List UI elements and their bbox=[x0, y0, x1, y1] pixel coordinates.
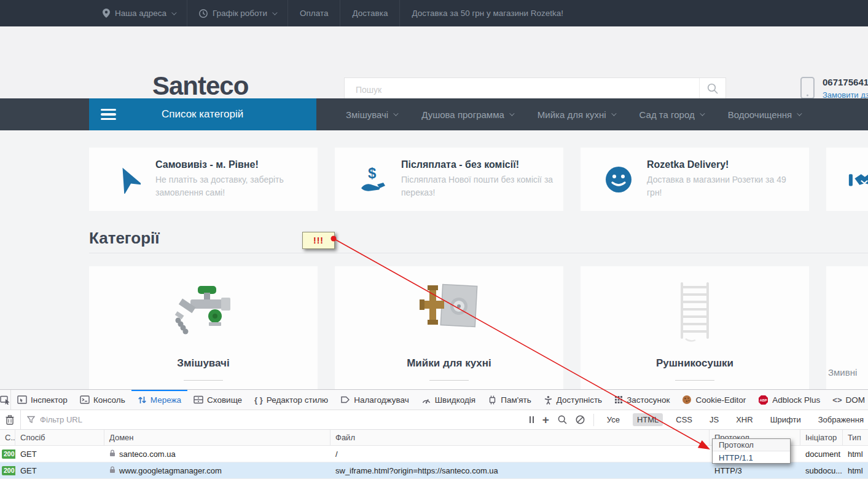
benefit-card-pickup: Самовивіз - м. Рівне! Не платіть за дост… bbox=[89, 148, 318, 211]
abp-icon: ABP bbox=[758, 395, 768, 405]
chevron-down-icon bbox=[700, 111, 705, 116]
phone-number: 067175641 bbox=[823, 77, 868, 87]
tab-network[interactable]: Мережа bbox=[131, 390, 187, 410]
search-button[interactable] bbox=[699, 78, 725, 101]
site-header: Santeco 067175641 Замовити дзвінок bbox=[0, 26, 868, 98]
tab-label: Застосунок bbox=[627, 395, 670, 405]
pick-element-button[interactable] bbox=[0, 390, 11, 410]
clear-requests-button[interactable] bbox=[0, 410, 21, 429]
filter-type-xhr[interactable]: XHR bbox=[732, 413, 757, 426]
benefit-title: Rozetka Delivery! bbox=[647, 159, 802, 170]
tab-label: DOM bbox=[846, 395, 866, 405]
column-header-type[interactable]: Тип bbox=[843, 430, 868, 445]
toolbar-right-group: + Усе HTML CSS JS XHR Шрифти Зображення bbox=[525, 413, 868, 427]
tab-label: Мережа bbox=[151, 395, 181, 405]
topbar-item-schedule[interactable]: Графік роботи bbox=[187, 0, 287, 26]
search-requests-icon[interactable] bbox=[558, 415, 567, 424]
protocol-popup-value: HTTP/1.1 bbox=[713, 451, 790, 464]
tab-style-editor[interactable]: { } Редактор стилю bbox=[248, 390, 334, 410]
nav-item-label: Водоочищення bbox=[728, 109, 792, 120]
svg-text:ABP: ABP bbox=[760, 398, 767, 402]
column-header-file[interactable]: Файл bbox=[330, 430, 710, 445]
filter-type-css[interactable]: CSS bbox=[671, 413, 697, 426]
benefit-card-cod: $ Післяплата - без комісії! Післяплата Н… bbox=[335, 148, 563, 211]
column-header-status[interactable]: С... bbox=[0, 430, 15, 445]
tab-memory[interactable]: Пам'ять bbox=[482, 390, 538, 410]
categories-list-button[interactable]: Список категорій bbox=[89, 98, 316, 130]
pause-icon[interactable] bbox=[530, 416, 534, 423]
topbar-item-label: Доставка за 50 грн у магазини Rozetka! bbox=[412, 9, 563, 18]
topbar-item-address[interactable]: Наша адреса bbox=[91, 0, 187, 26]
tab-console[interactable]: Консоль bbox=[74, 390, 131, 410]
tab-label: Швидкодія bbox=[435, 395, 475, 405]
benefits-row: Самовивіз - м. Рівне! Не платіть за дост… bbox=[89, 148, 868, 211]
tab-storage[interactable]: Сховище bbox=[187, 390, 248, 410]
filter-type-js[interactable]: JS bbox=[705, 413, 723, 426]
topbar-item-rozetka-promo[interactable]: Доставка за 50 грн у магазини Rozetka! bbox=[399, 0, 575, 26]
categories-list-label: Список категорій bbox=[162, 108, 243, 121]
chevron-down-icon bbox=[509, 111, 514, 116]
tab-performance[interactable]: Швидкодія bbox=[415, 390, 482, 410]
add-request-icon[interactable]: + bbox=[542, 413, 549, 427]
request-initiator: subdocu... bbox=[800, 462, 843, 478]
search-input[interactable] bbox=[345, 78, 699, 101]
nav-item-garden[interactable]: Сад та город bbox=[639, 109, 703, 120]
filter-type-all[interactable]: Усе bbox=[603, 413, 624, 426]
tab-label: Сховище bbox=[207, 395, 242, 405]
nav-menu: Змішувачі Душова программа Мийка для кух… bbox=[346, 98, 800, 130]
nav-item-mixers[interactable]: Змішувачі bbox=[346, 109, 397, 120]
topbar-item-delivery[interactable]: Доставка bbox=[340, 0, 399, 26]
column-header-initiator[interactable]: Ініціатор bbox=[800, 430, 843, 445]
nav-item-label: Душова программа bbox=[421, 109, 504, 120]
tab-debugger[interactable]: Налагоджувач bbox=[334, 390, 415, 410]
benefit-subtitle: Не платіть за доставку, заберіть замовле… bbox=[155, 173, 310, 199]
tab-inspector[interactable]: Інспектор bbox=[11, 390, 74, 410]
tab-adblock-plus[interactable]: ABP Adblock Plus bbox=[752, 390, 826, 410]
category-sublink-flush[interactable]: Змивні bbox=[826, 367, 868, 378]
categories-heading: Категорії bbox=[89, 229, 160, 248]
storage-icon bbox=[194, 395, 203, 404]
tab-accessibility[interactable]: Доступність bbox=[538, 390, 608, 410]
nav-item-label: Сад та город bbox=[639, 109, 695, 120]
filter-type-images[interactable]: Зображення bbox=[814, 413, 868, 426]
nav-item-water-purification[interactable]: Водоочищення bbox=[728, 109, 801, 120]
column-header-method[interactable]: Спосіб bbox=[15, 430, 104, 445]
tab-dom[interactable]: <> DOM bbox=[826, 390, 868, 410]
nav-item-shower[interactable]: Душова программа bbox=[421, 109, 513, 120]
smiley-icon bbox=[603, 165, 635, 194]
request-protocol: HTTP/3 bbox=[710, 462, 800, 478]
dom-icon: <> bbox=[832, 395, 842, 405]
tab-application[interactable]: Застосунок bbox=[608, 390, 676, 410]
topbar-item-label: Наша адреса bbox=[115, 9, 166, 18]
protocol-popup-header: Протокол bbox=[713, 439, 790, 451]
filter-type-html[interactable]: HTML bbox=[633, 413, 663, 426]
filter-url-input[interactable] bbox=[40, 415, 224, 424]
topbar-item-payment[interactable]: Оплата bbox=[287, 0, 340, 26]
towel-rail-image bbox=[581, 279, 809, 347]
topbar-item-label: Оплата bbox=[300, 9, 328, 18]
column-header-domain[interactable]: Домен bbox=[104, 430, 330, 445]
pick-element-icon bbox=[0, 395, 10, 405]
block-requests-icon[interactable] bbox=[576, 415, 585, 424]
devtools-tab-bar: Інспектор Консоль Мережа Сховище { } Ред… bbox=[0, 390, 868, 410]
tab-label: Cookie-Editor bbox=[695, 395, 746, 405]
category-title-underline bbox=[675, 380, 714, 381]
filter-type-fonts[interactable]: Шрифти bbox=[766, 413, 805, 426]
toolbar-separator bbox=[593, 414, 594, 426]
inspector-icon bbox=[17, 395, 27, 404]
navigation-arrow-icon bbox=[111, 165, 143, 194]
nav-item-kitchen-sink[interactable]: Мийка для кухні bbox=[538, 109, 615, 120]
tab-cookie-editor[interactable]: Cookie-Editor bbox=[676, 390, 752, 410]
network-icon bbox=[138, 395, 147, 405]
lock-icon bbox=[109, 449, 115, 459]
performance-icon bbox=[421, 395, 431, 404]
benefit-subtitle: Доставка в магазини Розетки за 49 грн! bbox=[647, 173, 802, 199]
network-request-row-selected[interactable]: 200 GET www.googletagmanager.com sw_ifra… bbox=[0, 462, 868, 479]
status-badge: 200 bbox=[2, 466, 15, 475]
svg-text:$: $ bbox=[368, 165, 377, 181]
memory-icon bbox=[488, 395, 497, 405]
benefit-title: Післяплата - без комісії! bbox=[401, 159, 556, 170]
category-image-empty bbox=[826, 279, 868, 347]
clock-icon bbox=[199, 9, 208, 18]
console-icon bbox=[80, 395, 90, 404]
